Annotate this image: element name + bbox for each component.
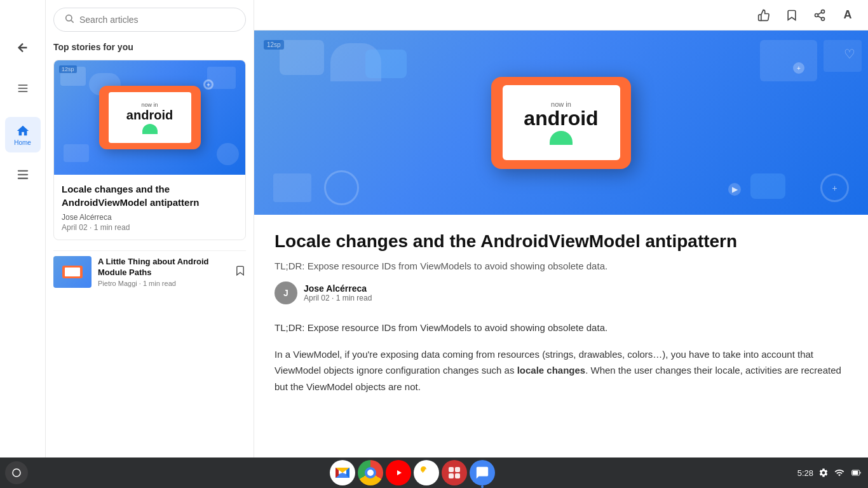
svg-point-10 [822, 17, 825, 20]
second-article-bookmark[interactable] [234, 265, 246, 279]
section-title: Top stories for you [53, 42, 246, 52]
bookmark-button[interactable] [779, 3, 804, 28]
author-avatar: J [275, 281, 297, 304]
taskbar: 5:28 [0, 458, 868, 488]
svg-point-8 [822, 10, 825, 13]
app-container: Home Top stories for you [0, 0, 868, 458]
svg-line-12 [818, 12, 822, 14]
svg-rect-18 [455, 467, 460, 472]
mini-screen [65, 268, 80, 276]
wifi-icon [834, 468, 845, 478]
featured-card-meta: April 02 · 1 min read [62, 223, 238, 232]
taskbar-apps [28, 460, 797, 485]
sidebar: Home [0, 0, 46, 458]
svg-rect-22 [853, 471, 858, 475]
reader-paragraph2: In a ViewModel, if you're exposing data … [275, 346, 848, 395]
featured-article-image: now in android 12sp + [54, 60, 245, 175]
reader-toolbar: A [254, 0, 868, 30]
svg-rect-0 [18, 85, 27, 86]
taskbar-gmail[interactable] [330, 460, 355, 485]
font-button[interactable]: A [835, 3, 860, 28]
taskbar-time: 5:28 [797, 468, 813, 478]
reader-content: + 12sp now in android [254, 30, 868, 420]
reader-paragraph2-bold: locale changes [517, 365, 586, 376]
search-icon [64, 13, 74, 26]
camera-button[interactable] [5, 461, 28, 484]
battery-icon [850, 468, 863, 478]
hero-now-in: now in [141, 102, 158, 108]
font-icon: A [844, 8, 852, 22]
svg-rect-17 [449, 467, 454, 472]
author-info: Jose Alcérreca April 02 · 1 min read [304, 283, 372, 302]
taskbar-left [5, 461, 28, 484]
second-article-card[interactable]: A Little Thing about Android Module Path… [53, 250, 246, 293]
svg-point-16 [424, 471, 429, 475]
svg-rect-5 [17, 178, 28, 179]
author-initial: J [283, 288, 288, 298]
second-article-thumb [53, 256, 92, 288]
second-article-meta: Pietro Maggi · 1 min read [98, 280, 234, 287]
sidebar-home-label: Home [14, 139, 31, 146]
thumb-android-image [53, 256, 92, 288]
svg-point-13 [13, 469, 20, 477]
hero-android-text: android [126, 108, 173, 123]
sidebar-list[interactable] [5, 158, 41, 193]
reader-body: Locale changes and the AndroidViewModel … [254, 215, 868, 420]
featured-card-body: Locale changes and the AndroidViewModel … [54, 175, 245, 240]
svg-rect-20 [455, 473, 460, 478]
taskbar-chrome[interactable] [358, 460, 383, 485]
settings-icon[interactable] [818, 468, 829, 478]
svg-point-6 [66, 15, 72, 21]
author-meta: April 02 · 1 min read [304, 294, 372, 302]
svg-rect-2 [18, 91, 27, 92]
hero-phone: now in android [99, 86, 201, 149]
featured-card-author: Jose Alcérreca [62, 213, 238, 222]
author-row: J Jose Alcérreca April 02 · 1 min read [275, 281, 848, 304]
search-bar[interactable] [53, 8, 246, 32]
svg-rect-3 [17, 170, 28, 172]
featured-article-card[interactable]: now in android 12sp + Locale changes and… [53, 60, 246, 240]
taskbar-chat[interactable] [470, 460, 495, 485]
svg-rect-1 [18, 88, 27, 89]
taskbar-photos[interactable] [414, 460, 439, 485]
hero-android-bot [142, 124, 158, 134]
search-input[interactable] [79, 15, 235, 25]
svg-point-9 [815, 13, 818, 17]
reader-pane: A + 12sp [254, 0, 868, 458]
svg-rect-19 [449, 473, 454, 478]
like-button[interactable] [751, 3, 776, 28]
reader-hero-image: + 12sp now in android [254, 30, 868, 215]
content-panel: Top stories for you now in android [46, 0, 254, 458]
reader-title: Locale changes and the AndroidViewModel … [275, 230, 848, 253]
sidebar-panel-toggle[interactable] [5, 71, 41, 107]
svg-rect-4 [17, 174, 28, 175]
reader-subtitle: TL;DR: Expose resource IDs from ViewMode… [275, 261, 848, 271]
share-button[interactable] [807, 3, 832, 28]
second-article-info: A Little Thing about Android Module Path… [98, 257, 234, 287]
sidebar-back-button[interactable] [5, 30, 41, 66]
second-article-title: A Little Thing about Android Module Path… [98, 257, 234, 278]
author-name: Jose Alcérreca [304, 283, 372, 294]
taskbar-right: 5:28 [797, 468, 863, 478]
taskbar-youtube[interactable] [386, 460, 411, 485]
sidebar-home[interactable]: Home [5, 117, 41, 152]
featured-card-title: Locale changes and the AndroidViewModel … [62, 182, 238, 209]
svg-line-11 [818, 16, 822, 18]
mini-phone [62, 266, 83, 278]
svg-line-7 [71, 20, 74, 23]
taskbar-app5[interactable] [442, 460, 467, 485]
reader-paragraph1: TL;DR: Expose resource IDs from ViewMode… [275, 320, 848, 336]
reader-hero-android: + 12sp now in android [254, 30, 868, 215]
